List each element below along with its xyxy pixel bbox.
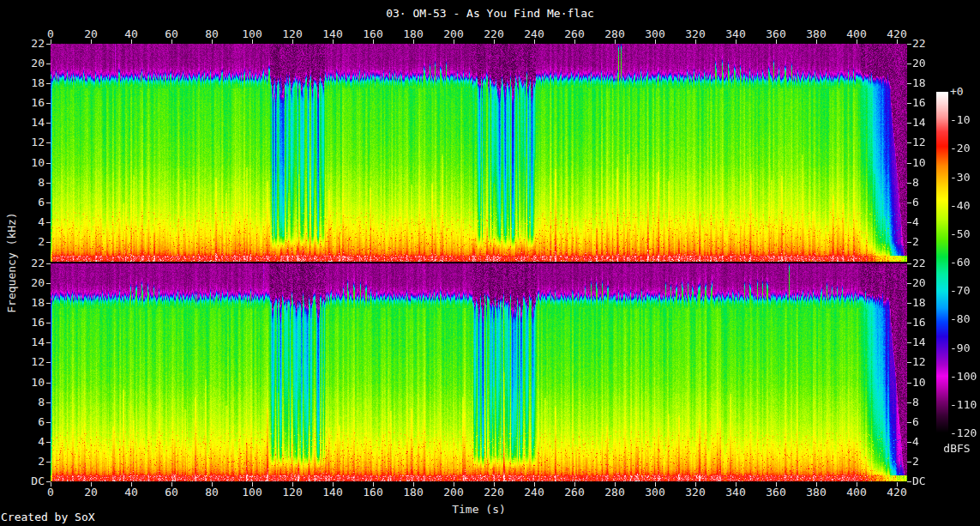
x-tick-mark: [574, 482, 575, 487]
colorbar-tick-label: -30: [950, 172, 970, 184]
x-tick-mark: [615, 39, 616, 44]
x-tick-label: 240: [516, 28, 552, 40]
x-tick-mark: [655, 482, 656, 487]
x-tick-label: 240: [516, 487, 552, 499]
y-tick-mark: [907, 142, 911, 143]
y-tick-mark: [907, 383, 911, 384]
x-tick-mark: [736, 482, 737, 487]
x-tick-mark: [897, 482, 898, 487]
y-tick-label: 4: [912, 216, 947, 228]
y-tick-label: 16: [10, 317, 45, 329]
x-tick-mark: [615, 482, 616, 487]
colorbar-tick-label: -100: [950, 371, 977, 383]
x-tick-mark: [171, 39, 172, 44]
spectrogram-canvas: [51, 44, 907, 481]
colorbar-tick-label: -60: [950, 257, 970, 269]
x-tick-mark: [695, 482, 696, 487]
x-tick-mark: [534, 39, 535, 44]
x-tick-label: 260: [556, 28, 592, 40]
page-title: 03· OM-53 - As You Find Me·flac: [0, 8, 980, 20]
x-tick-mark: [373, 39, 374, 44]
y-tick-label: 8: [10, 396, 45, 408]
x-tick-label: 320: [677, 487, 713, 499]
colorbar-tick-label: -10: [950, 114, 970, 126]
y-tick-mark: [46, 462, 51, 463]
x-tick-label: 80: [194, 487, 230, 499]
y-tick-label: 14: [10, 336, 45, 348]
credit-text: Created by SoX: [1, 511, 95, 523]
y-tick-label: 18: [912, 77, 947, 89]
y-tick-mark: [46, 44, 51, 45]
x-tick-label: 340: [718, 28, 754, 40]
x-tick-label: 400: [839, 487, 875, 499]
x-tick-label: 420: [879, 487, 915, 499]
y-tick-label: 6: [10, 196, 45, 209]
y-tick-mark: [46, 362, 51, 363]
y-tick-mark: [46, 242, 51, 243]
x-tick-mark: [51, 482, 51, 487]
y-tick-mark: [907, 462, 911, 463]
y-tick-label: 16: [912, 317, 947, 329]
x-tick-mark: [494, 39, 495, 44]
y-tick-mark: [46, 283, 51, 284]
y-tick-label: 12: [912, 356, 947, 368]
colorbar-tick-label: -40: [950, 200, 970, 212]
x-tick-label: 400: [839, 28, 875, 40]
x-tick-label: 320: [677, 28, 713, 40]
y-tick-mark: [46, 422, 51, 423]
y-tick-label: 2: [912, 456, 947, 468]
y-tick-mark: [46, 481, 51, 482]
colorbar-tick-label: -70: [950, 285, 970, 297]
x-tick-mark: [816, 482, 817, 487]
x-tick-label: 140: [315, 487, 351, 499]
x-tick-mark: [51, 39, 51, 44]
y-tick-mark: [907, 303, 911, 304]
x-tick-label: 120: [274, 487, 310, 499]
x-tick-label: 60: [153, 28, 189, 40]
x-tick-mark: [292, 482, 293, 487]
x-tick-label: 140: [315, 28, 351, 40]
y-tick-mark: [46, 183, 51, 184]
x-tick-label: 100: [234, 487, 270, 499]
x-tick-mark: [413, 39, 414, 44]
x-tick-label: 60: [153, 487, 189, 499]
y-tick-mark: [907, 242, 911, 243]
y-tick-mark: [46, 263, 51, 264]
y-tick-mark: [907, 183, 911, 184]
x-tick-mark: [91, 39, 92, 44]
x-tick-label: 20: [73, 487, 109, 499]
colorbar-tick-label: -90: [950, 342, 970, 354]
x-tick-mark: [857, 39, 857, 44]
y-tick-label: DC: [912, 475, 947, 487]
x-tick-mark: [494, 482, 495, 487]
y-tick-label: 10: [912, 377, 947, 389]
x-tick-label: 180: [395, 28, 431, 40]
y-tick-label: 12: [912, 136, 947, 148]
x-tick-mark: [776, 39, 777, 44]
y-tick-mark: [907, 362, 911, 363]
x-tick-mark: [454, 39, 454, 44]
x-tick-mark: [333, 482, 334, 487]
x-tick-label: 40: [113, 28, 149, 40]
x-tick-label: 20: [73, 28, 109, 40]
y-tick-mark: [907, 63, 911, 64]
y-tick-label: 22: [10, 38, 45, 50]
x-tick-mark: [454, 482, 454, 487]
y-tick-mark: [907, 103, 911, 104]
y-tick-mark: [46, 203, 51, 203]
y-tick-label: 14: [10, 117, 45, 129]
y-tick-label: 6: [10, 416, 45, 428]
y-tick-label: 12: [10, 136, 45, 148]
y-tick-mark: [907, 442, 911, 443]
colorbar-title: dBFS: [940, 443, 974, 455]
y-tick-mark: [46, 163, 51, 164]
y-tick-mark: [46, 323, 51, 323]
x-tick-label: 260: [556, 487, 592, 499]
y-tick-mark: [907, 402, 911, 403]
x-tick-mark: [736, 39, 737, 44]
y-tick-mark: [907, 163, 911, 164]
x-tick-mark: [131, 482, 132, 487]
colorbar-tick-label: -20: [950, 142, 970, 154]
y-tick-mark: [907, 83, 911, 84]
x-tick-label: 200: [436, 487, 472, 499]
